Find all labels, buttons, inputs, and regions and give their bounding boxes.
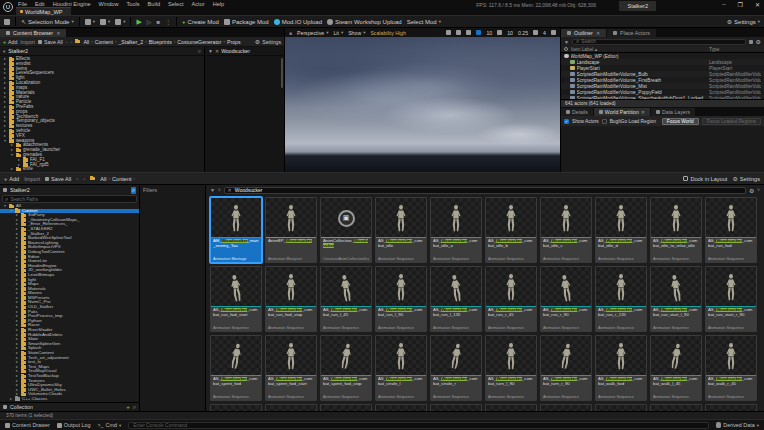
asset-tile[interactable]: [375, 404, 427, 411]
select-mod-dropdown[interactable]: Select Mod▾: [407, 19, 441, 25]
asset-tile[interactable]: AS_Woodsucker_combat_walk_fwdAnimation S…: [595, 335, 647, 401]
focus-world-button[interactable]: Focus World: [662, 118, 699, 125]
asset-tile[interactable]: AS_Woodsucker_combat_idle_bAnimation Seq…: [485, 197, 537, 263]
asset-tile[interactable]: AS_Woodsucker_combat_run_r_135Animation …: [595, 266, 647, 332]
breadcrumb-item[interactable]: Blueprints: [149, 39, 172, 45]
asset-tile[interactable]: [595, 404, 647, 411]
bugitgo-checkbox[interactable]: [602, 119, 607, 124]
tab-details[interactable]: Details: [561, 108, 593, 116]
asset-tile[interactable]: AS_Woodsucker_combat_turn_r_90Animation …: [540, 335, 592, 401]
forward-button[interactable]: ◦: [83, 176, 85, 182]
asset-tile[interactable]: AS_Woodsucker_combat_sprint_fwd_stopAnim…: [320, 335, 372, 401]
asset-tile[interactable]: AS_Woodsucker_combat_idle_cAnimation Seq…: [540, 197, 592, 263]
scrollbar[interactable]: [281, 58, 283, 88]
outliner-search-input[interactable]: ⌕ Search: [572, 39, 746, 45]
asset-search-input[interactable]: ▼ ✕ Woodsucker: [205, 47, 284, 55]
source-name[interactable]: Stalker2: [10, 187, 30, 193]
asset-tile[interactable]: AS_Woodsucker_combat_sprint_fwd_startAni…: [265, 335, 317, 401]
asset-tile[interactable]: AM_Woodsucker_man_enemy_TaaAnimation Mon…: [210, 197, 262, 263]
tab-world-partition[interactable]: World Partition✕: [594, 108, 650, 116]
project-name-button[interactable]: Stalker2: [619, 1, 656, 11]
outliner-row[interactable]: ScriptedRainModifierVolume_BulbScriptedR…: [561, 71, 764, 77]
search-collection-icon[interactable]: ⌕: [133, 404, 136, 411]
asset-tile[interactable]: AS_Woodsucker_combat_walk_l_45Animation …: [650, 335, 702, 401]
package-mod-button[interactable]: Package Mod: [224, 19, 269, 25]
quick-add-dropdown[interactable]: ▾: [115, 19, 125, 25]
favorites-icon[interactable]: [3, 188, 7, 192]
asset-tile[interactable]: [210, 404, 262, 411]
breadcrumb-item[interactable]: All: [100, 176, 106, 182]
asset-view-empty[interactable]: [205, 56, 284, 172]
viewport-sky-render[interactable]: [285, 37, 560, 172]
perspective-dropdown[interactable]: Perspective▾: [297, 30, 328, 36]
dock-in-layout-button[interactable]: Dock in Layout: [683, 176, 727, 182]
import-button[interactable]: Import: [20, 39, 35, 45]
asset-tile[interactable]: AS_Woodsucker_combat_run_fwdAnimation Se…: [705, 197, 757, 263]
unreal-logo-icon[interactable]: U: [3, 2, 13, 12]
outliner-row[interactable]: LandscapeLandscape: [561, 59, 764, 65]
tab-place-actors[interactable]: Place Actors: [607, 29, 656, 37]
filter-funnel-icon[interactable]: ▼: [208, 48, 213, 54]
add-button[interactable]: +Add: [4, 176, 19, 182]
outliner-filter-icon[interactable]: ▼: [564, 39, 569, 45]
asset-tile[interactable]: [705, 404, 757, 411]
visibility-eye-icon[interactable]: [564, 47, 568, 51]
breadcrumb-item[interactable]: Props: [227, 39, 241, 45]
breadcrumb-item[interactable]: Content: [112, 176, 132, 182]
source-name[interactable]: Stalker2: [8, 48, 28, 54]
forward-button[interactable]: ◦: [71, 39, 73, 45]
content-browser-tab[interactable]: Content Browser ✕: [0, 29, 66, 37]
filter-funnel-icon[interactable]: ▼: [210, 187, 215, 193]
column-type[interactable]: Type: [709, 47, 761, 52]
scalability-badge[interactable]: Scalability High: [370, 30, 405, 36]
search-paths-input[interactable]: ⌕ Search Paths: [2, 195, 137, 203]
tab-data-layers[interactable]: Data Layers: [651, 108, 695, 116]
close-button[interactable]: ✕: [755, 1, 760, 8]
menu-item[interactable]: Select: [168, 1, 184, 7]
asset-tile[interactable]: AS_Woodsucker_combat_run_l_90Animation S…: [375, 266, 427, 332]
level-viewport[interactable]: ≡ Perspective▾ Lit▾ Show▾ Scalability Hi…: [285, 28, 560, 172]
play-options-kebab-icon[interactable]: ⋮: [165, 18, 171, 25]
asset-tile[interactable]: [430, 404, 482, 411]
outliner-row[interactable]: ScriptedRainModifierVolume_MistScriptedR…: [561, 83, 764, 89]
search-toggle-icon[interactable]: ⌕: [131, 187, 136, 194]
asset-tile[interactable]: AS_Woodsucker_combat_idle_to_relax_idleA…: [650, 197, 702, 263]
console-command-input[interactable]: Enter Console Command: [128, 422, 709, 429]
tab-outliner[interactable]: Outliner ✕: [561, 29, 606, 37]
scale-snap-value[interactable]: 0.25: [518, 30, 528, 36]
search-icon[interactable]: ⌕: [198, 48, 201, 55]
menu-item[interactable]: Actor: [192, 1, 205, 7]
viewport-menu-icon[interactable]: ≡: [289, 30, 292, 36]
play-button[interactable]: ▶: [136, 18, 141, 26]
steam-workshop-upload-button[interactable]: Steam Workshop Upload: [327, 19, 402, 25]
grid-snap-value[interactable]: 10: [486, 30, 492, 36]
move-tool-icon[interactable]: [456, 30, 461, 35]
asset-tile[interactable]: [485, 404, 537, 411]
close-tab-icon[interactable]: ✕: [641, 109, 645, 115]
output-log-button[interactable]: Output Log: [57, 422, 91, 428]
asset-tile[interactable]: [320, 404, 372, 411]
viewmode-dropdown[interactable]: Lit▾: [333, 30, 343, 36]
outliner-add-icon[interactable]: [749, 40, 753, 44]
asset-tile[interactable]: AS_Woodsucker_combat_run_fwd_startAnimat…: [210, 266, 262, 332]
create-mod-button[interactable]: +Create Mod: [182, 19, 219, 25]
asset-tile[interactable]: AS_Woodsucker_combat_idleAnimation Seque…: [375, 197, 427, 263]
grid-snap-icon[interactable]: [476, 30, 481, 35]
asset-tile[interactable]: [540, 404, 592, 411]
level-tab[interactable]: WorldMap_WP: [16, 7, 71, 15]
browser-settings-button[interactable]: ⚙Settings: [255, 38, 281, 45]
asset-tile[interactable]: AS_Woodsucker_combat_run_r_90Animation S…: [540, 266, 592, 332]
close-tab-icon[interactable]: ✕: [56, 30, 60, 36]
back-button[interactable]: ◦: [76, 176, 78, 182]
asset-tile[interactable]: AnimBP_WoodsuckerAnimation Blueprint: [265, 197, 317, 263]
back-button[interactable]: ◦: [66, 39, 68, 45]
modio-upload-button[interactable]: Mod.IO Upload: [274, 19, 322, 25]
save-all-button[interactable]: Save All: [45, 176, 71, 182]
asset-tile[interactable]: AS_Woodsucker_combat_walk_r_45Animation …: [705, 335, 757, 401]
outliner-row[interactable]: ScriptedRainModifierVolume_PoppyFieldScr…: [561, 89, 764, 95]
asset-tile[interactable]: [265, 404, 317, 411]
rotation-snap-icon[interactable]: [497, 30, 502, 35]
save-all-button[interactable]: Save All: [38, 39, 63, 45]
asset-tile[interactable]: AS_Woodsucker_combat_run_r_45Animation S…: [485, 266, 537, 332]
settings-dropdown[interactable]: ⚙Settings▾: [727, 18, 760, 25]
